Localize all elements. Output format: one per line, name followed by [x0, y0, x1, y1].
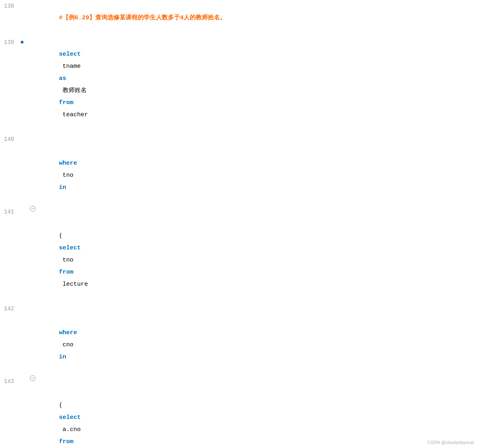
line-number-143: 143 — [0, 375, 20, 387]
code-line-138: 138 #【例6.29】查询选修某课程的学生人数多于4人的教师姓名。 — [0, 0, 477, 36]
line-number-142: 142 — [0, 303, 20, 315]
code-line-141: 141 − ( select tno from lecture — [0, 206, 477, 303]
code-line-139: 139 ● select tname as 教师姓名 from teacher — [0, 36, 477, 133]
watermark: CSDN @cloudydayscat — [427, 440, 474, 445]
line-number-140: 140 — [0, 133, 20, 145]
code-line-142: 142 where cno in — [0, 303, 477, 375]
line-number-138: 138 — [0, 0, 20, 12]
code-line-140: 140 where tno in — [0, 133, 477, 206]
line-number-139: 139 — [0, 36, 20, 48]
code-line-143: 143 − ( select a.cno from course a,score… — [0, 375, 477, 448]
code-editor: 138 #【例6.29】查询选修某课程的学生人数多于4人的教师姓名。 139 ●… — [0, 0, 477, 448]
line-number-141: 141 — [0, 206, 20, 218]
collapse-toggle-143[interactable]: − — [30, 375, 36, 381]
collapse-toggle-141[interactable]: − — [30, 206, 36, 211]
